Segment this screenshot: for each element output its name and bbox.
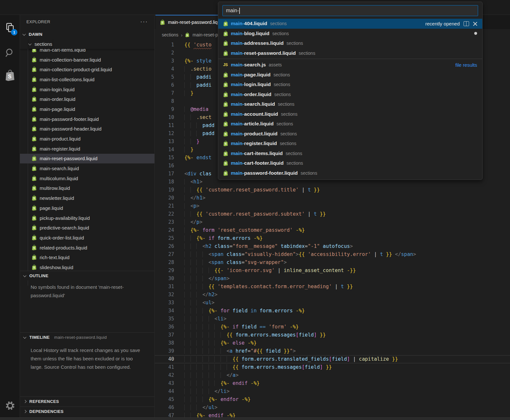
code-text: {{- 'icon-error.svg' | inline_asset_cont…: [174, 267, 356, 275]
quick-open-item[interactable]: Smain-cart-items.liquidsections: [218, 149, 482, 159]
file-item[interactable]: Smain-login.liquid: [20, 84, 154, 94]
breadcrumb-folder[interactable]: sections: [162, 32, 178, 37]
code-line[interactable]: 26 <h2 class="form__message" tabindex="-…: [155, 242, 510, 250]
code-line[interactable]: 39 <a href="#{{ field }}">: [155, 347, 510, 355]
quick-open-item[interactable]: Smain-page.liquidsections: [218, 70, 482, 80]
code-line[interactable]: 41 {{ form.errors.messages[field] }}: [155, 363, 510, 371]
file-item[interactable]: Smain-list-collections.liquid: [20, 74, 154, 84]
file-name: main-page.liquid: [40, 106, 75, 112]
code-line-current[interactable]: 40 {{ form.errors.translated_fields[fiel…: [155, 355, 510, 363]
code-line[interactable]: 31 {{ 'templates.contact.form.error_head…: [155, 283, 510, 291]
shopify-activity-button[interactable]: S: [0, 67, 20, 84]
result-file-name: main-blog.liquid: [231, 31, 270, 36]
quick-open-item[interactable]: Smain-reset-password.liquidsections: [218, 48, 482, 58]
file-item[interactable]: Spickup-availability.liquid: [20, 213, 154, 223]
quick-open-item[interactable]: Smain-cart-footer.liquidsections: [218, 158, 482, 168]
tree-root-dawn[interactable]: DAWN: [23, 30, 42, 39]
quick-open-item[interactable]: Smain-account.liquidsections: [218, 109, 482, 119]
code-line[interactable]: 21 <p>: [155, 202, 510, 210]
code-text: {%- endif -%}: [174, 412, 236, 417]
file-item[interactable]: Smain-register.liquid: [20, 144, 154, 154]
outline-section-header[interactable]: OUTLINE: [20, 271, 154, 280]
quick-open-item[interactable]: Smain-login.liquidsections: [218, 80, 482, 90]
code-line[interactable]: 43 {%- endif -%}: [155, 379, 510, 387]
code-line[interactable]: 22 {{ 'customer.reset_password.subtext' …: [155, 210, 510, 218]
file-item[interactable]: Smain-order.liquid: [20, 94, 154, 104]
quick-open-item[interactable]: Smain-password-header.liquidsections: [218, 178, 482, 180]
file-item[interactable]: Srich-text.liquid: [20, 252, 154, 262]
file-item[interactable]: Smain-password-header.liquid: [20, 124, 154, 134]
file-item[interactable]: Spage.liquid: [20, 203, 154, 213]
file-item[interactable]: Srelated-products.liquid: [20, 243, 154, 253]
result-folder-badge: sections: [274, 82, 290, 87]
code-line[interactable]: 28 <span class="svg-wrapper">: [155, 259, 510, 267]
svg-text:S: S: [224, 32, 226, 35]
file-item[interactable]: Smain-password-footer.liquid: [20, 114, 154, 124]
file-item[interactable]: Smain-page.liquid: [20, 104, 154, 114]
file-item[interactable]: Smulticolumn.liquid: [20, 173, 154, 183]
code-text: <li>: [174, 315, 227, 323]
code-line[interactable]: 38 {%- else -%}: [155, 339, 510, 347]
quick-open-item[interactable]: Smain-order.liquidsections: [218, 90, 482, 100]
code-line[interactable]: 37 {{ form.errors.messages[field] }}: [155, 331, 510, 339]
close-icon[interactable]: [473, 22, 477, 26]
code-line[interactable]: 36 {%- if field == 'form' -%}: [155, 323, 510, 331]
tree-folder-sections[interactable]: sections: [29, 39, 52, 48]
more-actions-icon[interactable]: ···: [140, 20, 148, 23]
file-item[interactable]: Smultirow.liquid: [20, 183, 154, 193]
quick-open-item[interactable]: Smain-blog.liquidsections: [218, 29, 482, 39]
code-line[interactable]: 25 {%- if form.errors -%}: [155, 234, 510, 242]
quick-open-item[interactable]: Smain-addresses.liquidsections: [218, 38, 482, 48]
references-section-header[interactable]: REFERENCES: [20, 396, 154, 406]
code-line[interactable]: 42 </a>: [155, 371, 510, 379]
split-editor-icon[interactable]: [464, 21, 469, 26]
search-activity-button[interactable]: [0, 44, 20, 61]
file-item[interactable]: Smain-collection-banner.liquid: [20, 55, 154, 65]
code-line[interactable]: 33 <ul>: [155, 299, 510, 307]
code-line[interactable]: 29 {{- 'icon-error.svg' | inline_asset_c…: [155, 267, 510, 275]
code-line[interactable]: 19 {{ 'customer.reset_password.title' | …: [155, 186, 510, 194]
file-item[interactable]: Smain-search.liquid: [20, 163, 154, 173]
result-file-name: main-search.js: [231, 62, 266, 68]
code-line[interactable]: 46 </ul>: [155, 404, 510, 412]
file-item[interactable]: Squick-order-list.liquid: [20, 233, 154, 243]
quick-open-item[interactable]: Smain-search.liquidsections: [218, 99, 482, 109]
file-item[interactable]: Spredictive-search.liquid: [20, 223, 154, 233]
quick-open-item[interactable]: Smain-register.liquidsections: [218, 139, 482, 149]
dependencies-section-header[interactable]: DEPENDENCIES: [20, 406, 154, 416]
file-item[interactable]: Smain-product.liquid: [20, 134, 154, 144]
quick-open-input[interactable]: main-: [222, 5, 478, 16]
file-item[interactable]: Smain-cart-items.liquid: [20, 49, 154, 55]
code-line[interactable]: 30 </span>: [155, 275, 510, 283]
quick-open-item[interactable]: Smain-article.liquidsections: [218, 119, 482, 129]
settings-button[interactable]: [0, 397, 20, 414]
code-line[interactable]: 35 <li>: [155, 315, 510, 323]
file-item[interactable]: Smain-collection-product-grid.liquid: [20, 64, 154, 74]
code-line[interactable]: 23 </p>: [155, 218, 510, 226]
quick-open-item[interactable]: JSmain-search.jsassetsfile results: [218, 60, 482, 70]
code-line[interactable]: 44 </li>: [155, 387, 510, 396]
file-item[interactable]: Smain-reset-password.liquid: [20, 154, 154, 164]
file-name: main-reset-password.liquid: [40, 156, 97, 161]
code-text: {%- form 'reset_customer_password' -%}: [174, 226, 305, 234]
explorer-activity-button[interactable]: 1: [0, 19, 20, 36]
file-item[interactable]: Snewsletter.liquid: [20, 193, 154, 203]
file-results-label[interactable]: file results: [455, 62, 477, 68]
code-line[interactable]: 32 </h2>: [155, 291, 510, 299]
shopify-liquid-icon: S: [223, 151, 228, 156]
code-line[interactable]: 45 {%- endfor -%}: [155, 396, 510, 404]
result-folder-badge: sections: [277, 121, 293, 126]
line-number: 33: [155, 299, 174, 307]
timeline-section-header[interactable]: TIMELINE main-reset-password.liquid: [20, 332, 154, 342]
code-line[interactable]: 47 {%- endif -%}: [155, 412, 510, 417]
chevron-down-icon: [28, 42, 32, 45]
code-line[interactable]: 27 <span class="visually-hidden">{{ 'acc…: [155, 250, 510, 259]
quick-open-item[interactable]: Smain-password-footer.liquidsections: [218, 168, 482, 178]
code-text: {{ form.errors.messages[field] }}: [174, 331, 326, 339]
quick-open-item[interactable]: Smain-product.liquidsections: [218, 129, 482, 139]
code-line[interactable]: 20 </h1>: [155, 194, 510, 202]
shopify-liquid-icon: S: [223, 121, 228, 127]
quick-open-item[interactable]: Smain-404.liquidsectionsrecently opened: [218, 19, 482, 29]
code-line[interactable]: 34 {%- for field in form.errors -%}: [155, 307, 510, 315]
code-line[interactable]: 24 {%- form 'reset_customer_password' -%…: [155, 226, 510, 234]
